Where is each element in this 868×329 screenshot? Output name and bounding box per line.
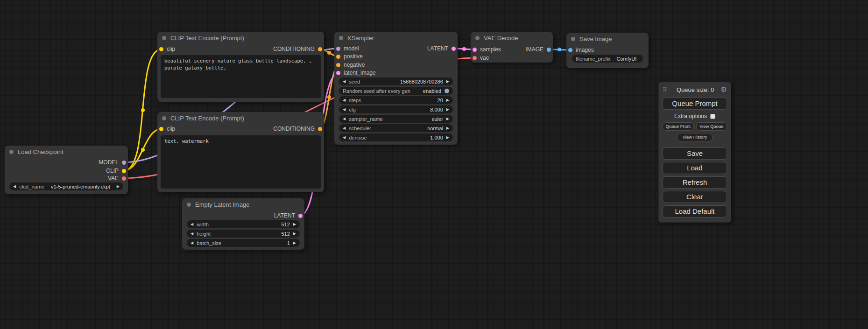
decrement-icon[interactable]: ◀ xyxy=(191,241,193,245)
random-seed-widget[interactable]: Random seed after every gen enabled xyxy=(339,87,453,95)
collapse-toggle-icon[interactable] xyxy=(187,203,191,207)
decrement-icon[interactable]: ◀ xyxy=(343,98,346,102)
ckpt-name-widget[interactable]: ◀ ckpt_name v1-5-pruned-emaonly.ckpt ▶ xyxy=(9,182,123,190)
input-slot-clip[interactable]: clip xyxy=(159,125,175,133)
load-button[interactable]: Load xyxy=(663,162,727,174)
clip-slot-dot[interactable] xyxy=(122,169,126,173)
conditioning-slot-dot[interactable] xyxy=(336,63,340,67)
extra-options-checkbox[interactable] xyxy=(710,114,715,119)
node-title-bar[interactable]: CLIP Text Encode (Prompt) xyxy=(157,32,324,44)
increment-icon[interactable]: ▶ xyxy=(446,117,449,121)
vae-slot-dot[interactable] xyxy=(473,56,477,60)
input-slot-clip[interactable]: clip xyxy=(159,45,175,53)
collapse-toggle-icon[interactable] xyxy=(162,36,166,40)
vae-slot-dot[interactable] xyxy=(122,176,126,181)
save-button[interactable]: Save xyxy=(663,147,727,160)
load-default-button[interactable]: Load Default xyxy=(663,205,727,217)
drag-handle-icon[interactable]: ⠿ xyxy=(663,86,667,93)
latent-slot-dot[interactable] xyxy=(336,71,340,75)
clip-slot-dot[interactable] xyxy=(159,47,163,51)
input-slot-images[interactable]: images xyxy=(568,46,594,54)
prompt-textarea[interactable]: text, watermark xyxy=(161,135,321,189)
collapse-toggle-icon[interactable] xyxy=(9,150,14,154)
filename-prefix-widget[interactable]: filename_prefix ComfyUI xyxy=(572,55,643,63)
decrement-icon[interactable]: ◀ xyxy=(343,117,346,121)
settings-gear-icon[interactable]: ⚙ xyxy=(721,85,727,94)
increment-icon[interactable]: ▶ xyxy=(446,108,449,112)
output-slot-latent[interactable]: LATENT xyxy=(274,212,303,219)
input-slot-vae[interactable]: vae xyxy=(473,54,489,62)
node-title-bar[interactable]: CLIP Text Encode (Prompt) xyxy=(157,112,324,124)
prompt-textarea[interactable]: beautiful scenery nature glass bottle la… xyxy=(161,55,321,98)
increment-icon[interactable]: ▶ xyxy=(293,232,296,236)
latent-slot-dot[interactable] xyxy=(452,47,456,51)
node-save-image[interactable]: Save Image images filename_prefix ComfyU… xyxy=(566,33,649,68)
node-load-checkpoint[interactable]: Load Checkpoint MODEL CLIP VAE ◀ ckpt_na… xyxy=(5,146,128,194)
decrement-icon[interactable]: ◀ xyxy=(343,126,346,130)
input-slot-samples[interactable]: samples xyxy=(473,46,501,53)
increment-icon[interactable]: ▶ xyxy=(446,98,449,102)
node-clip-text-encode-positive[interactable]: CLIP Text Encode (Prompt) clip CONDITION… xyxy=(157,32,324,102)
refresh-button[interactable]: Refresh xyxy=(663,176,727,189)
latent-slot-dot[interactable] xyxy=(473,48,477,52)
decrement-icon[interactable]: ◀ xyxy=(191,232,193,236)
batch-size-widget[interactable]: ◀ batch_size 1 ▶ xyxy=(187,239,300,247)
node-title-bar[interactable]: KSampler xyxy=(334,32,458,44)
decrement-icon[interactable]: ◀ xyxy=(343,108,346,112)
conditioning-slot-dot[interactable] xyxy=(318,47,322,51)
input-slot-positive[interactable]: positive xyxy=(336,53,363,60)
decrement-icon[interactable]: ◀ xyxy=(191,223,193,226)
output-slot-conditioning[interactable]: CONDITIONING xyxy=(273,125,322,133)
node-title-bar[interactable]: Load Checkpoint xyxy=(5,146,128,158)
cfg-widget[interactable]: ◀ cfg 8.000 ▶ xyxy=(339,105,453,113)
conditioning-slot-dot[interactable] xyxy=(336,55,340,59)
input-slot-negative[interactable]: negative xyxy=(336,61,365,69)
queue-front-button[interactable]: Queue Front xyxy=(663,122,694,131)
increment-icon[interactable]: ▶ xyxy=(117,185,120,189)
increment-icon[interactable]: ▶ xyxy=(293,223,296,226)
output-slot-latent[interactable]: LATENT xyxy=(427,45,456,52)
increment-icon[interactable]: ▶ xyxy=(446,126,449,130)
input-slot-model[interactable]: model xyxy=(336,45,359,52)
height-widget[interactable]: ◀ height 512 ▶ xyxy=(187,230,300,238)
queue-prompt-button[interactable]: Queue Prompt xyxy=(663,98,727,110)
increment-icon[interactable]: ▶ xyxy=(293,241,296,245)
denoise-widget[interactable]: ◀ denoise 1.000 ▶ xyxy=(339,133,453,141)
clear-button[interactable]: Clear xyxy=(663,191,727,203)
increment-icon[interactable]: ▶ xyxy=(446,80,449,84)
view-queue-button[interactable]: View Queue xyxy=(696,122,727,131)
output-slot-clip[interactable]: CLIP xyxy=(106,167,126,175)
node-empty-latent-image[interactable]: Empty Latent Image LATENT ◀ width 512 ▶ … xyxy=(182,198,304,250)
comfyui-canvas[interactable]: { "colors": { "model": "#B39DDB", "clip"… xyxy=(0,0,868,329)
steps-widget[interactable]: ◀ steps 20 ▶ xyxy=(339,96,453,104)
increment-icon[interactable]: ▶ xyxy=(446,136,449,140)
model-slot-dot[interactable] xyxy=(336,47,340,51)
node-vae-decode[interactable]: VAE Decode samples vae IMAGE xyxy=(471,32,553,63)
decrement-icon[interactable]: ◀ xyxy=(343,80,346,84)
decrement-icon[interactable]: ◀ xyxy=(13,185,16,189)
collapse-toggle-icon[interactable] xyxy=(475,36,480,40)
collapse-toggle-icon[interactable] xyxy=(339,36,343,40)
output-slot-conditioning[interactable]: CONDITIONING xyxy=(273,45,322,53)
node-clip-text-encode-negative[interactable]: CLIP Text Encode (Prompt) clip CONDITION… xyxy=(157,112,324,192)
image-slot-dot[interactable] xyxy=(547,48,551,52)
output-slot-vae[interactable]: VAE xyxy=(108,175,126,182)
input-slot-latent-image[interactable]: latent_image xyxy=(336,69,376,77)
clip-slot-dot[interactable] xyxy=(159,127,163,131)
node-ksampler[interactable]: KSampler model positive negative latent_… xyxy=(334,32,458,145)
node-title-bar[interactable]: Save Image xyxy=(566,33,649,45)
width-widget[interactable]: ◀ width 512 ▶ xyxy=(187,220,300,228)
output-slot-model[interactable]: MODEL xyxy=(99,159,126,166)
model-slot-dot[interactable] xyxy=(122,161,126,165)
output-slot-image[interactable]: IMAGE xyxy=(525,46,551,53)
decrement-icon[interactable]: ◀ xyxy=(343,136,346,140)
image-slot-dot[interactable] xyxy=(568,48,572,52)
node-title-bar[interactable]: Empty Latent Image xyxy=(182,198,304,210)
view-history-button[interactable]: View History xyxy=(677,133,713,141)
node-title-bar[interactable]: VAE Decode xyxy=(471,32,553,44)
conditioning-slot-dot[interactable] xyxy=(318,127,322,131)
collapse-toggle-icon[interactable] xyxy=(571,37,575,41)
collapse-toggle-icon[interactable] xyxy=(162,116,166,120)
toggle-icon[interactable] xyxy=(445,89,449,93)
scheduler-widget[interactable]: ◀ scheduler normal ▶ xyxy=(339,124,453,132)
